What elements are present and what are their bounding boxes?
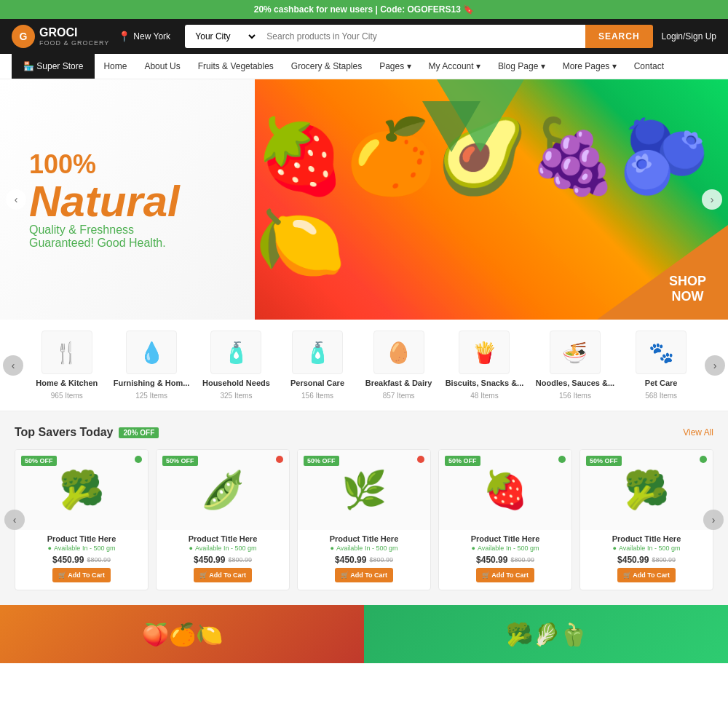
- product-badge: 50% OFF: [304, 456, 339, 466]
- section-header: Top Savers Today 20% OFF View All: [15, 426, 713, 439]
- hero-prev-arrow[interactable]: ‹: [6, 189, 26, 210]
- super-store-nav[interactable]: 🏪 Super Store: [12, 54, 95, 79]
- cat-name: Household Needs: [202, 379, 270, 387]
- product-title: Product Title Here: [298, 530, 430, 545]
- add-to-cart-button[interactable]: 🛒 Add To Cart: [617, 568, 676, 582]
- add-to-cart-button[interactable]: 🛒 Add To Cart: [52, 568, 111, 582]
- category-item[interactable]: 💧 Furnishing & Hom... 125 Items: [114, 331, 190, 400]
- nav-item[interactable]: Home: [95, 54, 135, 79]
- teaser-left: 🍑🍊🍋: [0, 605, 364, 663]
- product-title: Product Title Here: [15, 530, 148, 545]
- product-original-price: $800.99: [369, 556, 393, 563]
- product-status: [700, 456, 707, 463]
- cat-icon: 🧴: [292, 331, 343, 374]
- add-to-cart-button[interactable]: 🛒 Add To Cart: [335, 568, 393, 582]
- city-select[interactable]: Your City: [185, 25, 258, 48]
- product-card: 50% OFF 🥦 Product Title Here ● Available…: [15, 449, 149, 590]
- nav-item[interactable]: More Pages ▾: [554, 54, 625, 79]
- product-badge: 50% OFF: [445, 456, 480, 466]
- add-to-cart-button[interactable]: 🛒 Add To Cart: [476, 568, 534, 582]
- product-availability: ● Available In - 500 gm: [157, 545, 289, 552]
- product-status: [558, 456, 566, 463]
- section-title-text: Top Savers Today: [15, 426, 113, 439]
- product-price-row: $450.99 $800.99: [439, 555, 571, 565]
- products-section: Top Savers Today 20% OFF View All ‹ 50% …: [0, 411, 728, 605]
- cat-count: 48 Items: [470, 392, 498, 400]
- logo[interactable]: G GROCI FOOD & GROCERY: [12, 25, 109, 48]
- section-title: Top Savers Today 20% OFF: [15, 426, 159, 439]
- product-card: 50% OFF 🥦 Product Title Here ● Available…: [579, 449, 713, 590]
- prod-prev-arrow[interactable]: ‹: [4, 510, 25, 530]
- product-availability: ● Available In - 500 gm: [298, 545, 430, 552]
- logo-text: GROCI FOOD & GROCERY: [39, 26, 109, 47]
- nav-item[interactable]: Grocery & Staples: [282, 54, 371, 79]
- hero-next-arrow[interactable]: ›: [702, 189, 722, 210]
- cat-name: Pet Care: [645, 379, 678, 387]
- hero-banner: ‹ 🍓🍊🥑🍇🫐🍋 SHOPNOW 100% Natural Quality & …: [0, 79, 728, 320]
- nav-item[interactable]: Blog Page ▾: [489, 54, 554, 79]
- promo-code: OGOFERS13: [408, 4, 461, 15]
- prod-next-arrow[interactable]: ›: [703, 510, 724, 530]
- product-price: $450.99: [617, 555, 649, 565]
- product-availability: ● Available In - 500 gm: [15, 545, 148, 552]
- products-row: ‹ 50% OFF 🥦 Product Title Here ● Availab…: [15, 449, 713, 590]
- cat-name: Personal Care: [290, 379, 344, 387]
- product-title: Product Title Here: [157, 530, 289, 545]
- cat-count: 325 Items: [220, 392, 252, 400]
- cat-name: Furnishing & Hom...: [114, 379, 190, 387]
- cat-next-arrow[interactable]: ›: [705, 355, 725, 376]
- category-item[interactable]: 🥚 Breakfast & Dairy 857 Items: [364, 331, 433, 400]
- product-badge: 50% OFF: [586, 456, 622, 466]
- cat-icon: 🍜: [550, 331, 601, 374]
- product-price-row: $450.99 $800.99: [157, 555, 289, 565]
- category-item[interactable]: 🍟 Biscuits, Snacks &... 48 Items: [446, 331, 524, 400]
- category-item[interactable]: 🐾 Pet Care 568 Items: [627, 331, 696, 400]
- product-availability: ● Available In - 500 gm: [580, 545, 713, 552]
- product-original-price: $800.99: [228, 556, 252, 563]
- nav-items: HomeAbout UsFruits & VegetablesGrocery &…: [95, 54, 673, 79]
- product-card: 50% OFF 🫛 Product Title Here ● Available…: [156, 449, 290, 590]
- section-badge: 20% OFF: [119, 427, 159, 438]
- category-item[interactable]: 🧴 Personal Care 156 Items: [283, 331, 352, 400]
- cat-icon: 🥚: [373, 331, 424, 374]
- category-items: 🍴 Home & Kitchen 965 Items 💧 Furnishing …: [0, 331, 728, 400]
- product-original-price: $800.99: [652, 556, 676, 563]
- category-item[interactable]: 🍜 Noodles, Sauces &... 156 Items: [536, 331, 614, 400]
- shop-now-label[interactable]: SHOPNOW: [669, 274, 706, 305]
- product-badge: 50% OFF: [21, 456, 57, 466]
- cat-name: Breakfast & Dairy: [365, 379, 432, 387]
- nav-item[interactable]: Pages ▾: [371, 54, 419, 79]
- cat-icon: 💧: [126, 331, 177, 374]
- location-area: 📍 New York: [118, 31, 176, 42]
- product-status: [135, 456, 142, 463]
- cat-count: 125 Items: [135, 392, 167, 400]
- product-status: [417, 456, 424, 463]
- product-availability: ● Available In - 500 gm: [439, 545, 571, 552]
- cat-prev-arrow[interactable]: ‹: [3, 355, 23, 376]
- cat-name: Home & Kitchen: [36, 379, 98, 387]
- search-button[interactable]: SEARCH: [585, 25, 653, 48]
- nav-item[interactable]: Fruits & Vegetables: [189, 54, 282, 79]
- login-link[interactable]: Login/Sign Up: [662, 31, 716, 41]
- product-card: 50% OFF 🌿 Product Title Here ● Available…: [297, 449, 431, 590]
- nav-item[interactable]: My Account ▾: [420, 54, 489, 79]
- product-card: 50% OFF 🍓 Product Title Here ● Available…: [438, 449, 572, 590]
- categories-section: ‹ 🍴 Home & Kitchen 965 Items 💧 Furnishin…: [0, 320, 728, 411]
- teaser-right: 🥦🥬🫑: [364, 605, 728, 663]
- category-item[interactable]: 🍴 Home & Kitchen 965 Items: [32, 331, 101, 400]
- nav-item[interactable]: Contact: [625, 54, 673, 79]
- cat-icon: 🧴: [210, 331, 261, 374]
- location-text: New York: [133, 31, 170, 41]
- cat-icon: 🐾: [636, 331, 687, 374]
- cat-icon: 🍴: [41, 331, 92, 374]
- product-original-price: $800.99: [87, 556, 111, 563]
- view-all-link[interactable]: View All: [683, 427, 713, 438]
- category-item[interactable]: 🧴 Household Needs 325 Items: [202, 331, 271, 400]
- decorative-triangle-right: [597, 225, 728, 320]
- promo-bar: 20% cashback for new users | Code: OGOFE…: [0, 0, 728, 19]
- hero-heading: Natural: [29, 180, 180, 223]
- add-to-cart-button[interactable]: 🛒 Add To Cart: [194, 568, 252, 582]
- logo-sub: FOOD & GROCERY: [39, 39, 109, 47]
- search-input[interactable]: [258, 25, 585, 48]
- nav-item[interactable]: About Us: [135, 54, 189, 79]
